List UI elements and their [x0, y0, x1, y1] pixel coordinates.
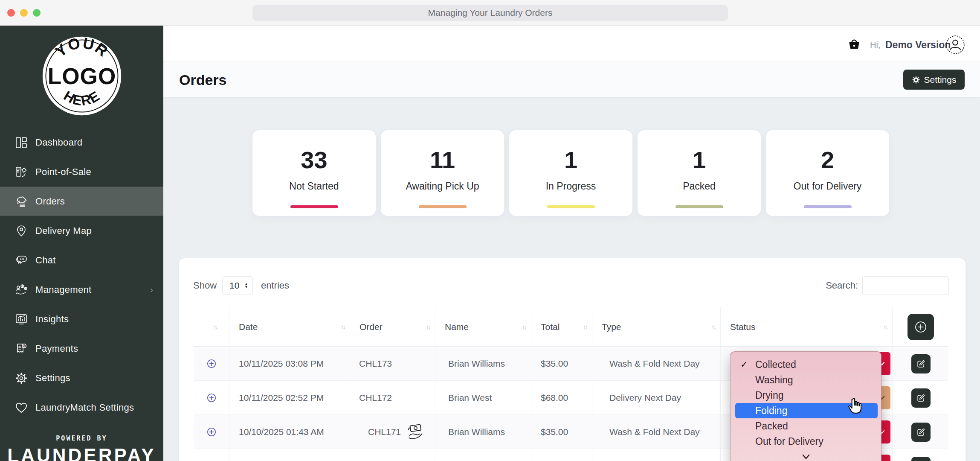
- edit-order-button[interactable]: [911, 388, 931, 408]
- sort-icon[interactable]: ↑↓: [583, 323, 587, 330]
- stat-card-in-progress: 1 In Progress: [509, 130, 632, 216]
- powered-by-block: POWERED BY LAUNDERPAY: [0, 435, 163, 461]
- stat-underline: [419, 205, 467, 208]
- add-order-button[interactable]: [908, 314, 934, 340]
- sidebar-item-label: Point-of-Sale: [35, 166, 91, 178]
- cell-date: 10/11/2025 03:08 PM: [229, 347, 350, 380]
- launderpay-brand: LAUNDERPAY: [0, 445, 163, 461]
- header-type[interactable]: Type↑↓: [592, 307, 721, 346]
- sidebar-item-laundrymatch-settings[interactable]: LaundryMatch Settings: [0, 393, 163, 422]
- user-avatar-icon[interactable]: [945, 35, 965, 56]
- stat-value: 11: [381, 148, 504, 172]
- dropdown-item-out-for-delivery[interactable]: Out for Delivery: [731, 434, 881, 449]
- stat-value: 33: [252, 148, 376, 172]
- dropdown-item-folding[interactable]: Folding: [735, 403, 878, 418]
- cell-total: $68.00: [531, 381, 592, 414]
- check-icon: ✓: [740, 359, 751, 370]
- stat-card-out-for-delivery: 2 Out for Delivery: [766, 130, 889, 216]
- header-expand[interactable]: ↑↓: [194, 307, 229, 346]
- sidebar-item-payments[interactable]: $ Payments: [0, 334, 163, 363]
- cell-date: 10/10/2025 01:43 AM: [229, 415, 350, 449]
- sidebar-item-label: Delivery Map: [35, 225, 92, 236]
- sidebar-nav: Dashboard Point-of-Sale Orders: [0, 128, 163, 422]
- sidebar-item-dashboard[interactable]: Dashboard: [0, 128, 163, 157]
- dropdown-item-washing[interactable]: Washing: [731, 372, 881, 388]
- edit-order-button[interactable]: [911, 354, 931, 373]
- page-size-select[interactable]: 10 ▲▼: [222, 276, 253, 295]
- search-label: Search:: [807, 280, 858, 291]
- sidebar-item-point-of-sale[interactable]: Point-of-Sale: [0, 157, 163, 187]
- stat-value: 2: [766, 148, 889, 172]
- sidebar-item-management[interactable]: Management ›: [0, 275, 163, 304]
- sidebar-item-settings[interactable]: Settings: [0, 363, 163, 393]
- pos-terminal-icon: [14, 165, 29, 179]
- sidebar-item-chat[interactable]: Chat: [0, 245, 163, 275]
- cell-type: Wash & Fold Next Day: [592, 347, 721, 380]
- header-order[interactable]: Order↑↓: [350, 307, 435, 346]
- greeting-text: Hi,: [870, 40, 880, 50]
- stat-label: In Progress: [509, 181, 632, 192]
- header-name[interactable]: Name↑↓: [435, 307, 531, 346]
- cell-type: Delivery Next Day: [592, 381, 721, 414]
- dashboard-grid-icon: [14, 135, 29, 150]
- sidebar-item-label: Payments: [35, 343, 78, 354]
- management-people-icon: [14, 283, 29, 297]
- chat-bubbles-icon: [14, 253, 29, 268]
- company-logo: YOUR LOGO HERE: [41, 35, 122, 118]
- sidebar-item-label: LaundryMatch Settings: [35, 402, 134, 413]
- scroll-more-chevron-icon[interactable]: [801, 453, 811, 461]
- sort-icon[interactable]: ↑↓: [341, 323, 345, 330]
- cell-name: Brian West: [435, 381, 531, 414]
- stat-label: Not Started: [252, 181, 376, 192]
- payments-receipt-icon: $: [14, 341, 29, 356]
- heart-icon: [14, 400, 29, 415]
- sort-icon[interactable]: ↑↓: [883, 323, 887, 330]
- expand-row-icon[interactable]: [206, 393, 217, 403]
- minimize-window-button[interactable]: [20, 9, 28, 17]
- sort-icon[interactable]: ↑↓: [711, 323, 715, 330]
- stat-underline: [676, 205, 723, 208]
- settings-button[interactable]: Settings: [903, 70, 965, 90]
- laundry-shirt-icon: [14, 194, 29, 209]
- close-window-button[interactable]: [7, 9, 15, 17]
- header-status[interactable]: Status↑↓: [721, 307, 893, 346]
- cell-name: Brian Williams: [435, 347, 531, 380]
- page-title-bar: [163, 62, 980, 97]
- search-input[interactable]: [862, 276, 949, 295]
- dropdown-item-collected[interactable]: ✓ Collected: [731, 357, 881, 372]
- cell-order: CHL173: [350, 347, 435, 380]
- stat-label: Packed: [638, 181, 761, 192]
- cell-total: $35.00: [531, 415, 592, 449]
- sidebar-item-orders[interactable]: Orders: [0, 187, 163, 216]
- stat-underline: [547, 205, 595, 208]
- insights-chart-icon: [14, 312, 29, 327]
- edit-order-button[interactable]: [911, 457, 931, 461]
- dropdown-item-drying[interactable]: Drying: [731, 388, 881, 403]
- dropdown-item-packed[interactable]: Packed: [731, 418, 881, 434]
- stat-value: 1: [509, 148, 632, 172]
- gear-icon: [14, 371, 29, 385]
- stat-card-awaiting-pickup: 11 Awaiting Pick Up: [381, 130, 504, 216]
- basket-icon[interactable]: [847, 37, 861, 53]
- sort-icon[interactable]: ↑↓: [213, 323, 217, 330]
- svg-text:$: $: [23, 344, 25, 348]
- user-name: Demo Version: [885, 39, 951, 51]
- sidebar-item-insights[interactable]: Insights: [0, 304, 163, 334]
- powered-by-label: POWERED BY: [0, 435, 163, 442]
- cell-type: Wash & Fold Next Day: [592, 415, 721, 449]
- sort-icon[interactable]: ↑↓: [522, 323, 526, 330]
- expand-row-icon[interactable]: [206, 427, 217, 437]
- cell-order: CHL171: [350, 415, 435, 449]
- header-date[interactable]: Date↑↓: [229, 307, 350, 346]
- expand-row-icon[interactable]: [206, 359, 217, 369]
- header-total[interactable]: Total↑↓: [531, 307, 592, 346]
- sort-icon[interactable]: ↑↓: [426, 323, 430, 330]
- window-title-text: Managing Your Laundry Orders: [428, 8, 553, 18]
- edit-order-button[interactable]: [911, 423, 931, 442]
- zoom-window-button[interactable]: [33, 9, 41, 17]
- stat-card-packed: 1 Packed: [638, 130, 761, 216]
- status-dropdown-menu: ✓ Collected Washing Drying Folding Packe…: [731, 351, 881, 461]
- cell-name: Brian Williams: [435, 415, 531, 449]
- sidebar-item-delivery-map[interactable]: Delivery Map: [0, 216, 163, 245]
- cash-hand-icon: [405, 422, 425, 442]
